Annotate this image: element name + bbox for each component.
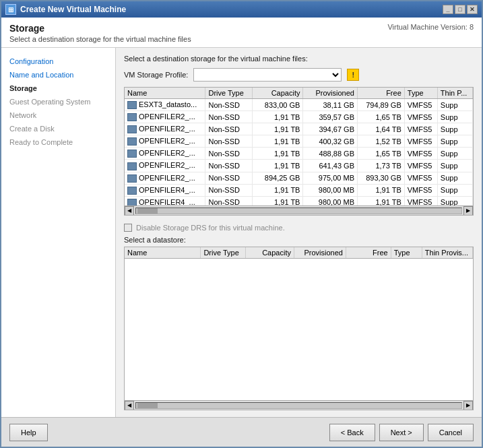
- h-scrollbar[interactable]: [135, 207, 462, 214]
- cell-provisioned: 975,00 MB: [303, 172, 358, 184]
- table-row[interactable]: ESXT3_datasto... Non-SSD 833,00 GB 38,11…: [125, 99, 473, 111]
- cell-drive-type: Non-SSD: [205, 111, 253, 123]
- disable-drs-checkbox[interactable]: [124, 224, 132, 232]
- storage-profile-row: VM Storage Profile: !: [124, 68, 474, 82]
- table-row[interactable]: OPENFILER2_... Non-SSD 894,25 GB 975,00 …: [125, 172, 473, 184]
- sidebar-item-configuration[interactable]: Configuration: [7, 56, 110, 67]
- cell-drive-type: Non-SSD: [205, 148, 253, 160]
- cell-type: VMFS5: [404, 160, 437, 172]
- col-thin[interactable]: Thin P...: [437, 88, 472, 99]
- back-button[interactable]: < Back: [329, 424, 375, 441]
- cell-free: 893,30 GB: [357, 172, 404, 184]
- cell-type: VMFS5: [404, 135, 437, 148]
- vm-version-label: Virtual Machine Version: 8: [387, 23, 474, 31]
- disable-drs-row: Disable Storage DRS for this virtual mac…: [124, 224, 474, 232]
- cell-name: OPENFILER4_...: [125, 184, 205, 196]
- cell-provisioned: 359,57 GB: [303, 111, 358, 123]
- table-row[interactable]: OPENFILER2_... Non-SSD 1,91 TB 359,57 GB…: [125, 111, 473, 123]
- col-type[interactable]: Type: [404, 88, 437, 99]
- ds-col-drive-type[interactable]: Drive Type: [201, 247, 246, 259]
- scroll-left-btn[interactable]: ◀: [125, 206, 134, 216]
- datastore-table: Name Drive Type Capacity Provisioned Fre…: [125, 88, 473, 205]
- table-wrapper[interactable]: Name Drive Type Capacity Provisioned Fre…: [125, 88, 473, 205]
- instruction-text: Select a destination storage for the vir…: [124, 55, 474, 63]
- col-name[interactable]: Name: [125, 88, 205, 99]
- ds-col-capacity[interactable]: Capacity: [246, 247, 294, 259]
- header-subtitle: Select a destination storage for the vir…: [9, 35, 191, 43]
- select-datastore-label: Select a datastore:: [124, 236, 474, 244]
- table-row[interactable]: OPENFILER2_... Non-SSD 1,91 TB 641,43 GB…: [125, 160, 473, 172]
- cell-drive-type: Non-SSD: [205, 135, 253, 148]
- cell-name: OPENFILER2_...: [125, 123, 205, 135]
- table-row[interactable]: OPENFILER2_... Non-SSD 1,91 TB 488,88 GB…: [125, 148, 473, 160]
- ds-col-type[interactable]: Type: [391, 247, 422, 259]
- cell-capacity: 1,91 TB: [253, 184, 303, 196]
- sidebar-item-create-disk: Create a Disk: [7, 123, 110, 134]
- storage-profile-select[interactable]: [193, 68, 342, 82]
- scroll-right-btn[interactable]: ▶: [463, 206, 473, 216]
- cell-capacity: 1,91 TB: [253, 135, 303, 148]
- ds-col-free[interactable]: Free: [346, 247, 391, 259]
- ds-scroll-left-btn[interactable]: ◀: [125, 401, 134, 410]
- cell-provisioned: 980,00 MB: [303, 184, 358, 196]
- cell-free: 1,73 TB: [357, 160, 404, 172]
- col-drive-type[interactable]: Drive Type: [205, 88, 253, 99]
- cell-type: VMFS5: [404, 184, 437, 196]
- ds-col-name[interactable]: Name: [125, 247, 201, 259]
- col-capacity[interactable]: Capacity: [253, 88, 303, 99]
- table-row[interactable]: OPENFILER2_... Non-SSD 1,91 TB 394,67 GB…: [125, 123, 473, 135]
- cell-provisioned: 38,11 GB: [303, 99, 358, 111]
- ds-h-scrollbar[interactable]: [135, 402, 462, 409]
- table-row[interactable]: OPENFILER2_... Non-SSD 1,91 TB 400,32 GB…: [125, 135, 473, 148]
- cell-provisioned: 980,00 MB: [303, 196, 358, 205]
- help-button[interactable]: Help: [9, 424, 48, 441]
- cell-drive-type: Non-SSD: [205, 123, 253, 135]
- cell-name: OPENFILER2_...: [125, 148, 205, 160]
- cell-thin: Supp: [437, 135, 472, 148]
- cancel-button[interactable]: Cancel: [428, 424, 474, 441]
- window-title: Create New Virtual Machine: [20, 5, 126, 14]
- window-icon: ⊞: [5, 4, 16, 15]
- cell-thin: Supp: [437, 99, 472, 111]
- cell-capacity: 1,91 TB: [253, 160, 303, 172]
- cell-type: VMFS5: [404, 172, 437, 184]
- cell-type: VMFS5: [404, 111, 437, 123]
- next-button[interactable]: Next >: [379, 424, 424, 441]
- storage-profile-label: VM Storage Profile:: [124, 71, 188, 79]
- cell-drive-type: Non-SSD: [205, 184, 253, 196]
- ds-col-provisioned[interactable]: Provisioned: [294, 247, 346, 259]
- cell-name: OPENFILER2_...: [125, 160, 205, 172]
- cell-free: 1,65 TB: [357, 148, 404, 160]
- sidebar-item-name-location[interactable]: Name and Location: [7, 69, 110, 80]
- cell-drive-type: Non-SSD: [205, 196, 253, 205]
- table-body: ESXT3_datasto... Non-SSD 833,00 GB 38,11…: [125, 99, 473, 206]
- sidebar-item-storage: Storage: [7, 83, 110, 94]
- ds-col-thin[interactable]: Thin Provis...: [422, 247, 472, 259]
- cell-provisioned: 488,88 GB: [303, 148, 358, 160]
- ds-scroll-right-btn[interactable]: ▶: [463, 401, 473, 410]
- cell-thin: Supp: [437, 196, 472, 205]
- cell-capacity: 1,91 TB: [253, 196, 303, 205]
- cell-free: 794,89 GB: [357, 99, 404, 111]
- footer-right: < Back Next > Cancel: [329, 424, 474, 441]
- cell-thin: Supp: [437, 111, 472, 123]
- cell-capacity: 1,91 TB: [253, 123, 303, 135]
- col-free[interactable]: Free: [357, 88, 404, 99]
- ds-h-scroll-thumb: [137, 403, 158, 408]
- maximize-button[interactable]: □: [455, 5, 465, 14]
- close-button[interactable]: ✕: [467, 5, 478, 14]
- cell-type: VMFS5: [404, 123, 437, 135]
- table-row[interactable]: OPENFILER4_... Non-SSD 1,91 TB 980,00 MB…: [125, 184, 473, 196]
- cell-free: 1,65 TB: [357, 111, 404, 123]
- cell-provisioned: 394,67 GB: [303, 123, 358, 135]
- col-provisioned[interactable]: Provisioned: [303, 88, 358, 99]
- minimize-button[interactable]: _: [443, 5, 453, 14]
- table-row[interactable]: OPENFILER4_... Non-SSD 1,91 TB 980,00 MB…: [125, 196, 473, 205]
- header-left: Storage Select a destination storage for…: [9, 23, 191, 43]
- cell-provisioned: 400,32 GB: [303, 135, 358, 148]
- datastore-selection-table: Name Drive Type Capacity Provisioned Fre…: [125, 247, 473, 259]
- warning-icon: !: [347, 69, 359, 81]
- cell-free: 1,52 TB: [357, 135, 404, 148]
- cell-name: OPENFILER4_...: [125, 196, 205, 205]
- cell-free: 1,64 TB: [357, 123, 404, 135]
